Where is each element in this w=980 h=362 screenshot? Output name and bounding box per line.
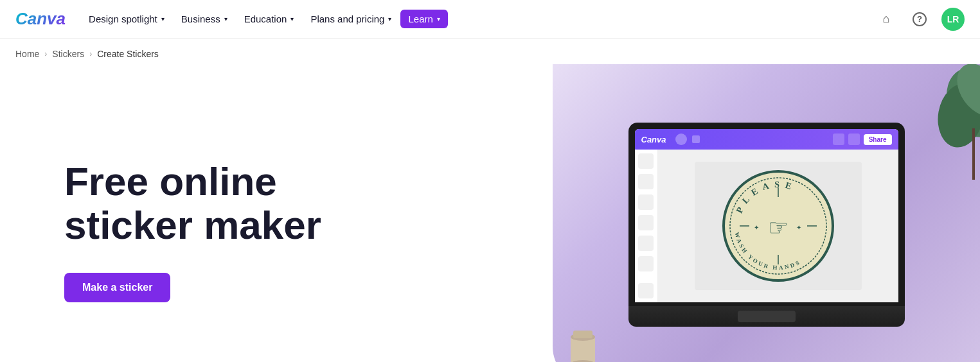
editor-header-icon xyxy=(675,134,687,145)
nav-design-spotlight[interactable]: Design spotlight ▾ xyxy=(81,10,172,28)
breadcrumb-separator: › xyxy=(44,49,47,58)
svg-text:☞: ☞ xyxy=(768,214,788,241)
chevron-down-icon: ▾ xyxy=(388,15,391,22)
chevron-down-icon: ▾ xyxy=(290,15,294,22)
sidebar-tool-bottom xyxy=(638,283,654,298)
laptop-screen-outer: Canva Share xyxy=(628,123,905,302)
sidebar-tool xyxy=(638,174,654,189)
plant-decoration xyxy=(916,64,980,193)
breadcrumb-home[interactable]: Home xyxy=(15,49,39,59)
header-right: ⌂ ? LR xyxy=(875,8,965,31)
nav-plans-pricing[interactable]: Plans and pricing ▾ xyxy=(303,10,399,28)
help-button[interactable]: ? xyxy=(908,8,931,31)
chevron-down-icon: ▾ xyxy=(224,15,227,22)
editor-header-icon2 xyxy=(692,135,700,143)
sidebar-tool xyxy=(638,215,654,230)
chevron-down-icon: ▾ xyxy=(437,15,440,22)
home-icon: ⌂ xyxy=(883,12,890,26)
editor-share-button[interactable]: Share xyxy=(864,134,892,145)
nav-business[interactable]: Business ▾ xyxy=(174,10,235,28)
editor-icon xyxy=(848,134,860,145)
editor-logo: Canva xyxy=(641,135,666,144)
sidebar-tool xyxy=(638,194,654,210)
sidebar-tool xyxy=(638,153,654,169)
logo[interactable]: Canva xyxy=(15,9,66,29)
main-content: Free online sticker maker Make a sticker xyxy=(0,64,980,362)
user-avatar[interactable]: LR xyxy=(941,8,965,31)
nav-learn[interactable]: Learn ▾ xyxy=(400,10,447,28)
nav-education[interactable]: Education ▾ xyxy=(236,10,302,28)
chevron-down-icon: ▾ xyxy=(161,15,165,22)
editor-sidebar xyxy=(635,150,658,302)
hero-background: Canva Share xyxy=(553,64,980,362)
editor-header: Canva Share xyxy=(635,129,898,150)
editor-canvas: PLEASE ☞ WASH YOUR HANDS xyxy=(658,150,898,302)
laptop-mockup: Canva Share xyxy=(628,123,905,327)
header-left: Canva Design spotlight ▾ Business ▾ Educ… xyxy=(15,9,448,29)
main-nav: Design spotlight ▾ Business ▾ Education … xyxy=(81,10,448,28)
laptop-trackpad xyxy=(738,311,796,322)
logo-text: Canva xyxy=(15,9,66,29)
editor-body: PLEASE ☞ WASH YOUR HANDS xyxy=(635,150,898,302)
breadcrumb-stickers[interactable]: Stickers xyxy=(52,49,84,59)
header: Canva Design spotlight ▾ Business ▾ Educ… xyxy=(0,0,980,39)
cup-decoration xyxy=(566,327,598,362)
sidebar-tool xyxy=(638,236,654,251)
svg-rect-3 xyxy=(972,128,975,180)
svg-rect-18 xyxy=(573,331,592,338)
svg-text:✦: ✦ xyxy=(796,224,801,231)
laptop-screen: Canva Share xyxy=(635,129,898,302)
make-sticker-button[interactable]: Make a sticker xyxy=(64,273,170,302)
editor-icon xyxy=(833,134,844,145)
help-icon: ? xyxy=(913,12,927,26)
hero-image-section: Canva Share xyxy=(553,64,980,362)
sticker-svg: PLEASE ☞ WASH YOUR HANDS xyxy=(720,168,836,284)
sidebar-tool xyxy=(638,256,654,272)
breadcrumb-current: Create Stickers xyxy=(97,49,159,59)
laptop-keyboard xyxy=(628,306,905,327)
canvas-area: PLEASE ☞ WASH YOUR HANDS xyxy=(695,162,862,290)
hero-section: Free online sticker maker Make a sticker xyxy=(0,64,553,362)
hero-title: Free online sticker maker xyxy=(64,160,398,247)
breadcrumb-separator: › xyxy=(89,49,92,58)
svg-text:✦: ✦ xyxy=(754,224,759,231)
editor-header-right: Share xyxy=(833,134,892,145)
home-button[interactable]: ⌂ xyxy=(875,8,898,31)
breadcrumb: Home › Stickers › Create Stickers xyxy=(0,39,980,64)
